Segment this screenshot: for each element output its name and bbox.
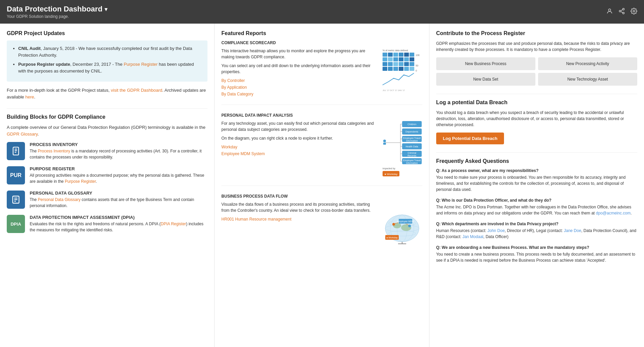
purpose-register-link[interactable]: Purpose Register — [124, 62, 158, 67]
compliance-scorecard-section: COMPLIANCE SCORECARD This interactive he… — [221, 40, 422, 105]
archived-updates-link[interactable]: here — [25, 94, 34, 99]
share-icon[interactable] — [618, 8, 625, 16]
divider-3 — [436, 152, 637, 153]
svg-line-4 — [621, 11, 623, 12]
svg-point-3 — [623, 12, 624, 14]
gdpr-updates-section: GDPR Project Updates CNIL Audit, January… — [7, 30, 207, 100]
settings-icon[interactable] — [631, 8, 637, 16]
update-item-2: Purpose Register update, December 23, 20… — [18, 61, 202, 74]
svg-point-67 — [383, 140, 386, 142]
main-content: GDPR Project Updates CNIL Audit, January… — [0, 24, 644, 347]
breach-section: Log a potential Data Breach You should l… — [436, 99, 637, 144]
faq-item-3: Q: Which departments are involved in the… — [436, 222, 637, 240]
breach-description: You should log a data breach when you su… — [436, 110, 637, 128]
svg-rect-24 — [393, 57, 398, 61]
svg-point-6 — [633, 10, 635, 12]
svg-rect-29 — [388, 62, 393, 66]
faq-title: Frequently Asked Questions — [436, 158, 637, 164]
svg-rect-34 — [383, 67, 387, 71]
compliance-scorecard-body: This interactive heatmap allows you to m… — [221, 48, 422, 98]
dpo-email-link[interactable]: dpo@acmeinc.com — [596, 211, 631, 215]
hr001-link[interactable]: HR001 Human Resource management — [221, 216, 377, 222]
svg-rect-33 — [410, 62, 414, 66]
svg-rect-22 — [383, 57, 387, 61]
purpose-register-icon: PUR — [7, 166, 25, 184]
new-processing-activity-button[interactable]: New Processing Activity — [538, 57, 637, 70]
faq-q-1: Q: As a process owner, what are my respo… — [436, 168, 637, 173]
jane-doe-link[interactable]: Jane Doe — [564, 228, 581, 233]
workday-link[interactable]: Workday — [221, 144, 377, 150]
block-purpose-register-text: PURPOSE REGISTER All processing activiti… — [30, 166, 207, 184]
svg-line-5 — [621, 9, 623, 10]
personal-data-impact-section: PERSONAL DATA IMPACT ANALYSIS For any te… — [221, 113, 422, 186]
personal-data-impact-chart: Children Dependents Employee Travel Info… — [382, 120, 422, 179]
update-1-text: , January 5, 2018 - We have successfully… — [18, 46, 192, 58]
business-process-dataflow-chart: Employee MDM ● Workday — [382, 201, 422, 246]
process-inventory-body: The Process Inventory is a mandatory rec… — [30, 148, 207, 160]
business-process-dataflow-body: Visualize the data flows of a business p… — [221, 201, 422, 246]
svg-text:Records: Records — [408, 154, 417, 157]
svg-text:Employee MDM: Employee MDM — [397, 220, 414, 223]
update-item-1: CNIL Audit, January 5, 2018 - We have su… — [18, 45, 202, 58]
block-personal-data-glossary: PERSONAL DATA GLOSSARY The Personal Data… — [7, 191, 207, 209]
svg-text:Employee Travel: Employee Travel — [403, 159, 421, 162]
contribute-section: Contribute to the Process Register GDPR … — [436, 30, 637, 86]
glossary-title: PERSONAL DATA GLOSSARY — [30, 191, 207, 196]
dpia-body: Evaluates the risk to the rights and fre… — [30, 221, 207, 233]
contribute-description: GDPR emphasizes the processes that use a… — [436, 40, 637, 53]
process-inventory-link[interactable]: Process Inventory — [38, 149, 70, 153]
personal-data-glossary-link[interactable]: Personal Data Glossary — [38, 197, 81, 202]
header-subtitle: Your GDPR Solution landing page. — [7, 14, 107, 19]
personal-data-glossary-icon — [7, 191, 25, 209]
user-icon[interactable] — [606, 8, 613, 16]
svg-point-2 — [619, 10, 621, 12]
svg-rect-20 — [404, 53, 409, 57]
left-column: GDPR Project Updates CNIL Audit, January… — [0, 24, 215, 347]
dropdown-icon[interactable]: ▾ — [105, 6, 107, 12]
new-business-process-button[interactable]: New Business Process — [436, 57, 535, 70]
svg-rect-36 — [393, 67, 398, 71]
svg-rect-68 — [383, 143, 386, 145]
faq-q-3: Q: Which departments are involved in the… — [436, 222, 637, 226]
svg-rect-38 — [404, 67, 409, 71]
by-controller-link[interactable]: By Controller — [221, 78, 377, 84]
personal-data-impact-body: For any technology asset, you can easily… — [221, 120, 422, 179]
svg-rect-21 — [410, 53, 414, 57]
new-data-set-button[interactable]: New Data Set — [436, 73, 535, 86]
by-application-link[interactable]: By Application — [221, 84, 377, 90]
gdpr-dashboard-link[interactable]: visit the GDPR Dashboard — [111, 88, 162, 93]
svg-point-0 — [609, 9, 611, 11]
faq-item-4: Q: We are onboarding a new Business Proc… — [436, 245, 637, 263]
faq-a-1: You need to make sure your process is on… — [436, 174, 637, 193]
svg-rect-31 — [399, 62, 403, 66]
svg-text:Criminal: Criminal — [408, 152, 416, 154]
svg-text:50: 50 — [416, 64, 418, 67]
gdpr-glossary-link[interactable]: GDPR Glossary — [7, 132, 38, 137]
new-technology-asset-button[interactable]: New Technology Asset — [538, 73, 637, 86]
svg-rect-18 — [393, 53, 398, 57]
block-glossary-text: PERSONAL DATA GLOSSARY The Personal Data… — [30, 191, 207, 209]
header-icons — [606, 8, 637, 16]
svg-rect-25 — [399, 57, 403, 61]
personal-data-impact-title: PERSONAL DATA IMPACT ANALYSIS — [221, 113, 422, 118]
update-2-text: , December 23, 2017 - The — [70, 62, 124, 67]
compliance-scorecard-chart: % of metric data defined — [382, 48, 422, 98]
gdpr-updates-title: GDPR Project Updates — [7, 30, 207, 36]
log-breach-button[interactable]: Log Potential Data Breach — [436, 133, 504, 144]
svg-text:impacted by: impacted by — [383, 167, 395, 170]
by-data-category-link[interactable]: By Data Category — [221, 91, 377, 97]
compliance-scorecard-title: COMPLIANCE SCORECARD — [221, 40, 422, 45]
action-buttons-grid: New Business Process New Processing Acti… — [436, 57, 637, 86]
process-inventory-icon — [7, 142, 25, 160]
block-process-inventory-text: PROCESS INVENTORY The Process Inventory … — [30, 142, 207, 160]
svg-point-1 — [623, 8, 624, 10]
dpia-register-link[interactable]: DPIA Register — [161, 222, 186, 226]
block-dpia-text: DATA PROTECTION IMPACT ASSESSMENT (DPIA)… — [30, 215, 207, 233]
gdpr-more-text: For a more in-depth look at the GDPR Pro… — [7, 87, 207, 100]
purpose-register-link2[interactable]: Purpose Register — [65, 179, 96, 184]
svg-text:Children: Children — [408, 123, 416, 125]
employee-mdm-link[interactable]: Employee MDM System — [221, 151, 377, 157]
featured-reports-title: Featured Reports — [221, 30, 422, 36]
jan-modaal-link[interactable]: Jan Modaal — [463, 234, 483, 239]
john-doe-link[interactable]: John Doe — [487, 228, 505, 233]
